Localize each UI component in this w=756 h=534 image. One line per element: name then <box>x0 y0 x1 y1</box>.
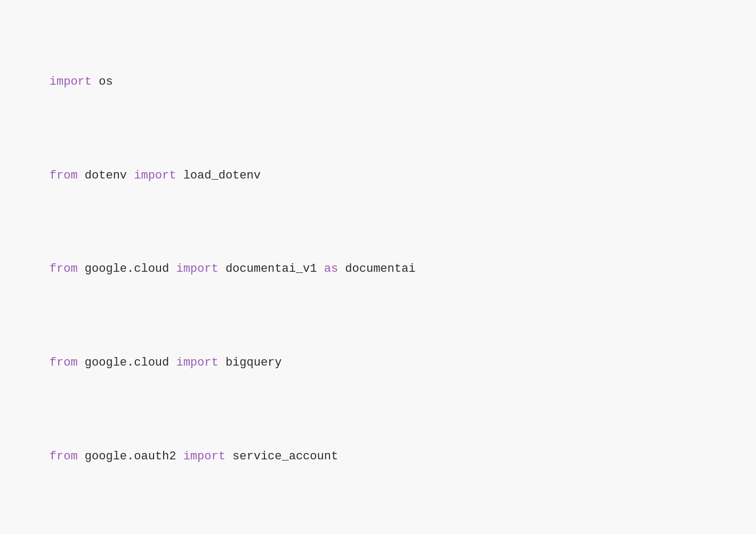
keyword-import: import <box>183 450 226 463</box>
keyword-from: from <box>50 450 78 463</box>
code-line-2: from dotenv import load_dotenv <box>21 147 735 204</box>
code-text: dotenv <box>78 169 134 182</box>
code-text: documentai <box>338 262 415 276</box>
keyword-as: as <box>324 262 338 276</box>
code-text: google.oauth2 <box>78 450 183 463</box>
code-text: load_dotenv <box>176 169 260 182</box>
blank-line-1 <box>21 522 735 534</box>
keyword-import: import <box>134 169 176 182</box>
code-line-3: from google.cloud import documentai_v1 a… <box>21 241 735 297</box>
keyword-import: import <box>176 262 218 276</box>
code-line-4: from google.cloud import bigquery <box>21 335 735 391</box>
keyword-from: from <box>50 356 78 369</box>
code-text: google.cloud <box>78 356 176 369</box>
code-text: os <box>92 75 113 88</box>
code-text: service_account <box>226 450 338 463</box>
code-line-1: import os <box>21 53 735 110</box>
code-text: google.cloud <box>78 262 176 276</box>
code-text: bigquery <box>219 356 282 369</box>
keyword-from: from <box>50 262 78 276</box>
code-text: documentai_v1 <box>219 262 324 276</box>
keyword-from: from <box>50 169 78 182</box>
code-line-5: from google.oauth2 import service_accoun… <box>21 428 735 485</box>
keyword-import: import <box>176 356 218 369</box>
keyword-import: import <box>50 75 92 88</box>
code-block: import os from dotenv import load_dotenv… <box>21 16 735 534</box>
